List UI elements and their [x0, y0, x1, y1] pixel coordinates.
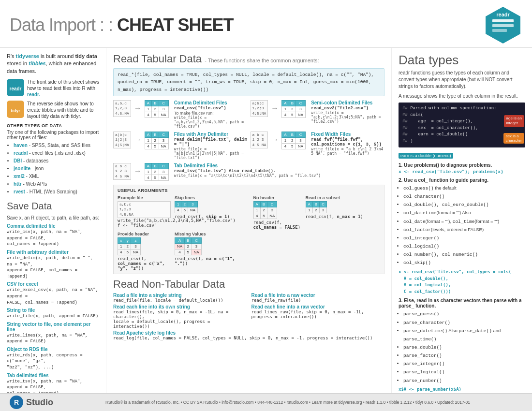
csv-raw: a,b,c 1,2,3 4,5,NA: [113, 100, 131, 117]
arg-skip-code: read_csv(f, skip = 1): [175, 214, 250, 219]
non-tab-apache: Read Apache style log files read_log(fil…: [113, 330, 384, 340]
save-csv-code: write_csv(x, path, na = "NA", append = F…: [7, 229, 99, 248]
point2-code: x <- read_csv("file.csv", col_types = co…: [399, 269, 525, 295]
list-item: rvest - HTML (Web Scraping): [14, 188, 99, 196]
double-numeric-badge: earn is a double (numeric): [399, 153, 453, 159]
delim-desc: Files with Any Delimiter read_delim("fil…: [174, 132, 248, 160]
fwf-desc: Fixed Width Files read_fwf("file.fwf", c…: [311, 132, 384, 156]
middle-column: Read Tabular Data - These functions shar…: [106, 48, 392, 410]
useful-args-title: USEFUL ARGUMENTS: [118, 188, 380, 193]
arg-header-table: xyz 123 45NA: [118, 237, 141, 255]
list-item: parse_logical(): [403, 368, 525, 376]
badge1-text1: The front side of this sheet shows how t…: [27, 79, 99, 91]
tsv-title: Tab Delimited Files: [174, 163, 384, 168]
point3-code: x$A <- parse_number(x$A): [399, 387, 525, 392]
left-column: R's tidyverse is built around tidy data …: [0, 48, 106, 410]
non-tabular-section: Read Non-Tabular Data Read a file into a…: [113, 278, 384, 340]
useful-args-grid: Example file a,b,c 1,2,3 4,5,NA write_fi…: [118, 195, 380, 271]
non-tab-lines-string-title: Read each line into its own string: [113, 304, 247, 309]
list-item: haven - SPSS, Stata, and SAS files: [14, 142, 99, 149]
csv2-colored-table: ABC 123 45NA: [281, 100, 306, 118]
col-functions-list: col_guess() the default col_character() …: [403, 184, 525, 267]
page-title: Data Import : : CHEAT SHEET: [10, 15, 233, 35]
save-intro: Save x, an R object, to path, a file pat…: [7, 215, 99, 220]
list-item: col_guess() the default: [403, 184, 525, 192]
footer-text: RStudio® is a trademark of RStudio, Inc.…: [53, 400, 522, 405]
data-types-title: Data types: [399, 53, 525, 68]
point1-section: 1. Use problems() to diagnose problems. …: [399, 162, 525, 175]
useful-args-section: USEFUL ARGUMENTS Example file a,b,c 1,2,…: [113, 185, 384, 274]
title-light: Data Import : :: [10, 15, 117, 35]
arg-skip: Skip lines 123 45NA read_csv(f, skip = 1…: [175, 195, 250, 219]
section1-subtitle: - These functions share the common argum…: [205, 58, 319, 63]
arrow-icon3: →: [134, 135, 142, 144]
sex-tag: sex is acharacter: [503, 133, 524, 144]
arg-example-code1: write_file("a,b,c\n1,2,3\n4,5,NA","file.…: [118, 218, 171, 223]
non-tab-single-string-title: Read a file into a single string: [113, 293, 247, 298]
other-types-intro: Try one of the following packages to imp…: [7, 130, 99, 140]
delim-title: Files with Any Delimiter: [174, 132, 248, 137]
arg-noheader-table: ABC 123 45NA: [253, 201, 278, 219]
badge2-text1: The reverse side shows how to create tib…: [27, 101, 94, 119]
arg-subset-table: ABC 123: [306, 201, 327, 213]
non-tab-raw-vector: Read a file into a raw vector read_file_…: [251, 293, 385, 303]
arg-skip-label: Skip lines: [175, 195, 250, 200]
list-item: col_factor(levels, ordered = FALSE): [403, 226, 525, 234]
title-bold: CHEAT SHEET: [117, 15, 233, 35]
footer: R Studio RStudio® is a trademark of RStu…: [0, 393, 532, 411]
non-tabular-title: Read Non-Tabular Data: [113, 278, 384, 291]
footer-logo: R Studio: [10, 396, 53, 409]
list-item: col_number(), col_numeric(): [403, 250, 525, 259]
delim-colored-table: ABC 123 45NA: [145, 132, 169, 149]
file-example-csv: a,b,c 1,2,3 4,5,NA → ABC 123 45NA Comma …: [113, 100, 248, 129]
arg-skip-table: 123 45NA: [175, 201, 198, 213]
arg-missing-table: ABC NA23 45NA: [175, 237, 202, 255]
point3-section: 3. Else, read in as character vectors th…: [399, 298, 525, 391]
point1-title: 1. Use problems() to diagnose problems.: [399, 162, 525, 168]
parsed-box-container: ## Parsed with column specification: ## …: [399, 103, 525, 147]
arg-noheader-code: read_csv(f, col_names = FALSE): [253, 220, 302, 230]
tsv-write: write_file(x = "a\tb\tc\n1\t2\t3\n4\t5\t…: [174, 174, 384, 178]
arg-subset: Read in a subset ABC 123 read_csv(f, n_m…: [306, 195, 381, 219]
save-delim-code: write_delim(x, path, delim = " ", na = "…: [7, 255, 99, 279]
save-item-lines: String vector to file, one element per l…: [7, 322, 99, 345]
tsv-desc: Tab Delimited Files read_tsv("file.tsv")…: [174, 163, 384, 178]
save-data-header: Save Data: [7, 201, 99, 213]
non-tab-lines-raw-title: Read each line into a raw vector: [251, 304, 385, 309]
arg-missing: Missing Values ABC NA23 45NA read_csv(f,…: [175, 232, 250, 266]
studio-text: Studio: [26, 397, 53, 408]
file-example-fwf: a b c 1 2 3 4 5 NA → ABC 123 45NA Fixed …: [251, 132, 385, 160]
list-item: col_skip(): [403, 259, 525, 267]
list-item: xml2 - XML: [14, 173, 99, 180]
arg-noheader-label: No header: [253, 195, 302, 200]
header: Data Import : : CHEAT SHEET readr: [0, 0, 532, 48]
delim-raw: a|b|c 1|2|3 4|5|NA: [113, 132, 131, 148]
arg-example-label: Example file: [118, 195, 171, 200]
arg-example-raw: a,b,c 1,2,3 4,5,NA: [118, 201, 171, 218]
list-item: parse_datetime() Also parse_date() and p…: [403, 327, 525, 343]
fwf-write: write_file(x = "a b c\n1 2 3\n4 5 NA", p…: [311, 147, 384, 156]
arrow-icon: →: [134, 104, 142, 113]
tidyr-badge-row: tidyr The reverse side shows how to crea…: [7, 101, 99, 119]
point3-title: 3. Else, read in as character vectors th…: [399, 298, 525, 308]
save-csv-title: Comma delimited file: [7, 223, 99, 229]
readr-badge: readr: [7, 79, 24, 96]
list-item: col_datetime(format = "") Also: [403, 209, 525, 217]
tidyr-badge: tidyr: [7, 101, 24, 118]
svg-text:readr: readr: [496, 12, 510, 17]
non-tab-apache-code: read_log(file, col_names = FALSE, col_ty…: [113, 336, 384, 340]
list-item: col_double(), col_euro_double(): [403, 201, 525, 209]
csv2-func: read_csv2("file2.csv"): [311, 106, 384, 111]
arg-header: Provide header xyz 123 45NA read_csv(f, …: [118, 232, 171, 271]
point2-section: 2. Use a col_ function to guide parsing.…: [399, 177, 525, 295]
non-tab-apache-title: Read Apache style log files: [113, 330, 384, 336]
csv-write: write_file(x = "a,b,c\n1,2,3\n4,5,NA", p…: [174, 116, 248, 129]
csv2-desc: Semi-colon Delimited Files read_csv2("fi…: [311, 100, 384, 124]
svg-rect-1: [492, 19, 514, 22]
readr-badge-text: The front side of this sheet shows how t…: [27, 79, 99, 98]
other-types-header: OTHER TYPES OF DATA: [7, 123, 99, 128]
save-rds-title: Object to RDS file: [7, 347, 99, 352]
arg-example: Example file a,b,c 1,2,3 4,5,NA write_fi…: [118, 195, 171, 228]
save-excel-title: CSV for excel: [7, 281, 99, 287]
arg-missing-code: read_csv(f, na = c("1", ".")): [175, 256, 250, 266]
